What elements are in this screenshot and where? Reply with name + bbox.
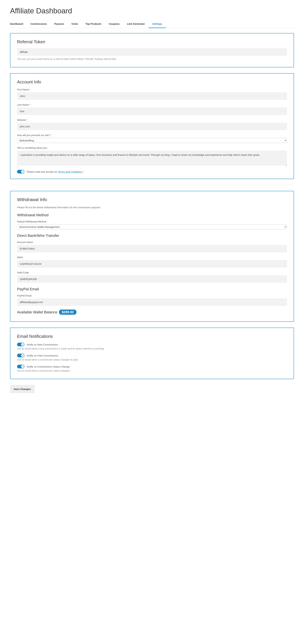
website-input[interactable] xyxy=(17,123,287,130)
withdrawal-desc: Please fill out the below withdrawal inf… xyxy=(17,206,287,209)
withdrawal-info-panel: Withdrawal Info Please fill out the belo… xyxy=(10,191,294,322)
withdrawal-method-heading: Withdrawal Method xyxy=(17,213,287,217)
terms-label: Please read and accept our Terms and Con… xyxy=(27,170,84,173)
iban-input[interactable] xyxy=(17,260,287,268)
tab-dashboard[interactable]: Dashboard xyxy=(10,20,27,28)
notify-paid-commissions-desc: Get an email when a commission status ch… xyxy=(17,358,287,361)
first-name-label: First Name * xyxy=(17,88,287,91)
check-icon xyxy=(21,354,24,357)
last-name-label: Last Name * xyxy=(17,104,287,106)
referral-token-input[interactable] xyxy=(17,48,287,56)
default-method-select[interactable]: WooCommerce Wallet Management xyxy=(17,224,287,229)
swift-input[interactable] xyxy=(17,275,287,283)
notify-paid-commissions-label: Notify on Paid Commissions xyxy=(27,354,58,357)
notify-status-change-toggle[interactable] xyxy=(17,365,25,368)
terms-link[interactable]: Terms and Conditions xyxy=(58,170,82,173)
account-info-heading: Account Info xyxy=(17,80,287,84)
save-changes-button[interactable]: Save Changes xyxy=(10,385,35,393)
tab-payouts[interactable]: Payouts xyxy=(51,20,68,28)
paypal-input[interactable] xyxy=(17,298,287,306)
notify-new-commissions-toggle[interactable] xyxy=(17,343,25,346)
referral-token-panel: Referral Token You can use your brand na… xyxy=(10,33,294,67)
notify-new-commissions-label: Notify on New Commissions xyxy=(27,343,58,346)
about-label: Tell us something about you xyxy=(17,146,287,149)
notify-status-change-desc: Get an email when a commission status ch… xyxy=(17,370,287,372)
account-name-label: Account Name xyxy=(17,241,287,244)
promote-label: How will you promote our site? * xyxy=(17,134,287,136)
last-name-input[interactable] xyxy=(17,108,287,115)
withdrawal-info-heading: Withdrawal Info xyxy=(17,197,287,202)
promote-select[interactable]: Website/Blog xyxy=(17,138,287,143)
balance-label: Available Wallet Balance xyxy=(17,310,57,314)
tab-coupons[interactable]: Coupons xyxy=(105,20,123,28)
account-info-panel: Account Info First Name * Last Name * We… xyxy=(10,73,294,179)
tabs-nav: Dashboard Commissions Payouts Visits Top… xyxy=(10,20,294,28)
first-name-input[interactable] xyxy=(17,92,287,100)
about-textarea[interactable] xyxy=(17,150,287,166)
default-method-label: Default Withdrawal Method xyxy=(17,220,287,223)
email-notifications-heading: Email Notifications xyxy=(17,334,287,339)
check-icon xyxy=(21,365,24,368)
paypal-heading: PayPal Email xyxy=(17,287,287,291)
tab-link-generator[interactable]: Link Generator xyxy=(123,20,148,28)
website-label: Website * xyxy=(17,119,287,121)
terms-toggle[interactable] xyxy=(17,170,25,174)
tab-top-products[interactable]: Top Products xyxy=(82,20,105,28)
notify-status-change-label: Notify on Commissions Status Change xyxy=(27,365,70,368)
paypal-label: PayPal Email xyxy=(17,294,287,297)
tab-visits[interactable]: Visits xyxy=(68,20,82,28)
balance-value: $289.92 xyxy=(59,310,76,315)
notify-new-commissions-desc: Get an email when a new commission is ma… xyxy=(17,347,287,350)
email-notifications-panel: Email Notifications Notify on New Commis… xyxy=(10,328,294,379)
tab-settings[interactable]: Settings xyxy=(148,20,166,28)
tab-commissions[interactable]: Commissions xyxy=(27,20,51,28)
account-name-input[interactable] xyxy=(17,245,287,252)
wire-transfer-heading: Direct Bank/Wire Transfer xyxy=(17,234,287,238)
check-icon xyxy=(21,343,24,346)
iban-label: IBAN xyxy=(17,256,287,259)
referral-token-help: You can use your brand name as a referra… xyxy=(17,58,287,60)
notify-paid-commissions-toggle[interactable] xyxy=(17,354,25,357)
check-icon xyxy=(21,170,24,173)
referral-token-heading: Referral Token xyxy=(17,39,287,44)
swift-label: Swift Code xyxy=(17,271,287,274)
page-title: Affiliate Dashboard xyxy=(10,7,294,15)
